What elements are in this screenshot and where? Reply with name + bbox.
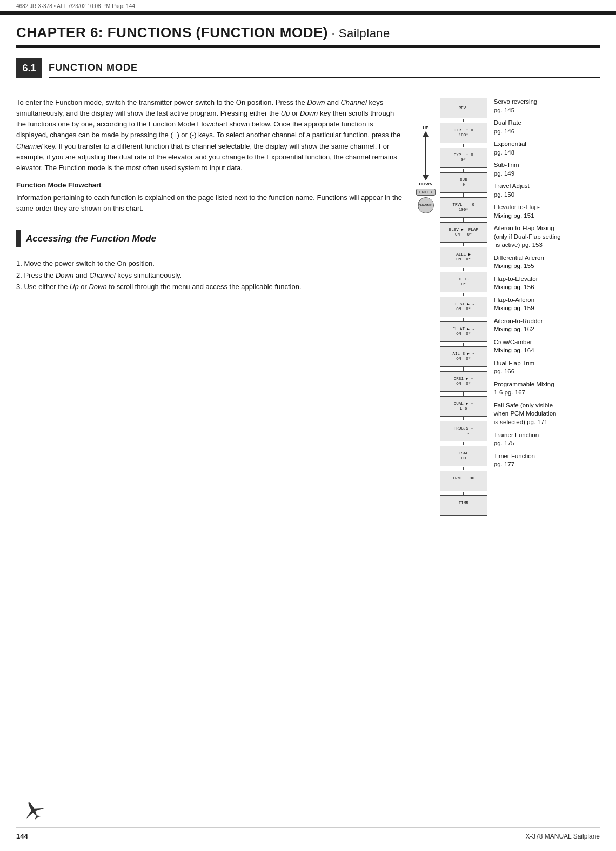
label-dual: Dual-Flap Trimpg. 166 xyxy=(494,359,561,377)
body-columns: To enter the Function mode, switch the t… xyxy=(16,97,600,517)
connector xyxy=(463,442,464,445)
page-footer: 144 X-378 MANUAL Sailplane xyxy=(16,827,600,840)
label-diff: Differential AileronMixing pg. 155 xyxy=(494,253,561,271)
connector xyxy=(463,492,464,495)
airplane-icon xyxy=(19,798,46,820)
channel-button: CHANNEL xyxy=(418,197,434,213)
label-elev: Elevator to-Flap-Mixing pg. 151 xyxy=(494,203,561,220)
left-column: To enter the Function mode, switch the t… xyxy=(16,97,405,517)
label-trnt: Trainer Functionpg. 175 xyxy=(494,431,561,448)
enter-button: ENTER xyxy=(416,189,436,196)
accessing-title: Accessing the Function Mode xyxy=(26,233,156,244)
section-title: FUNCTION MODE xyxy=(49,58,600,78)
flowchart-wrapper: UP DOWN ENTER CHANNEL xyxy=(416,97,600,517)
screen-dual: DUAL ▶ •L 6 xyxy=(440,396,487,417)
label-fmix: Programmable Mixing1-6 pg. 167 xyxy=(494,380,561,398)
chapter-title: CHAPTER 6: FUNCTIONS (FUNCTION MODE) · S… xyxy=(16,24,600,48)
label-aile2: Aileron-to-RudderMixing pg. 162 xyxy=(494,317,561,334)
accessing-bar xyxy=(16,230,21,247)
body-paragraph-1: To enter the Function mode, switch the t… xyxy=(16,97,405,173)
screen-diff: DIFF.0* xyxy=(440,272,487,292)
connector xyxy=(463,293,464,296)
label-dr: Dual Ratepg. 146 xyxy=(494,118,561,136)
screen-dr: D/R ↑ 0100* xyxy=(440,123,487,143)
screen-fmix: PROG.S • • xyxy=(440,421,487,441)
label-exp: Exponentialpg. 148 xyxy=(494,139,561,157)
screen-aile2: AIL E ▶ •ON 0* xyxy=(440,346,487,367)
accessing-section: Accessing the Function Mode 1. Move the … xyxy=(16,230,405,292)
screen-exp: EXP ↑ 00* xyxy=(440,148,487,168)
print-header: 4682 JR X-378 • ALL 7/23/02 10:08 PM Pag… xyxy=(16,3,600,9)
chapter-title-normal: · Sailplane xyxy=(328,26,390,40)
connector xyxy=(463,417,464,420)
chapter-title-bold: CHAPTER 6: FUNCTIONS (FUNCTION MODE) xyxy=(16,24,328,41)
screen-aile: AILE ▶ON 0* xyxy=(440,247,487,267)
down-label: DOWN xyxy=(419,182,432,186)
controller-column: UP DOWN ENTER CHANNEL xyxy=(416,97,436,213)
down-arrow-icon xyxy=(423,175,429,180)
up-arrow-icon xyxy=(423,131,429,137)
main-content: 6.1 FUNCTION MODE To enter the Function … xyxy=(0,48,616,533)
connector xyxy=(463,392,464,396)
connector xyxy=(463,144,464,147)
screen-rev: REV. xyxy=(440,98,487,118)
screen-trvl: TRVL ↑ 0100* xyxy=(440,197,487,218)
label-crb1: Crow/CamberMixing pg. 164 xyxy=(494,338,561,356)
label-flst: Flap-to-ElevatorMixing pg. 156 xyxy=(494,274,561,292)
arrow-body-mid xyxy=(425,167,426,175)
step-1: 1. Move the power switch to the On posit… xyxy=(16,258,405,269)
chapter-title-area: CHAPTER 6: FUNCTIONS (FUNCTION MODE) · S… xyxy=(0,15,616,48)
screen-flst: FL ST ▶ •ON 0* xyxy=(440,297,487,317)
screen-elev: ELEV ▶ FLAPON 0* xyxy=(440,222,487,243)
arrow-body-top xyxy=(425,137,426,167)
section-number: 6.1 xyxy=(16,58,42,78)
connector xyxy=(463,119,464,122)
flowchart-heading: Function Mode Flowchart xyxy=(16,181,405,189)
label-timr: Timer Functionpg. 177 xyxy=(494,452,561,470)
accessing-header: Accessing the Function Mode xyxy=(16,230,405,251)
connector xyxy=(463,268,464,271)
screen-trnt: TRNT 30 xyxy=(440,471,487,491)
footer-page-number: 144 xyxy=(16,832,28,840)
screen-timr: TIMR xyxy=(440,495,487,516)
step-3: 3. Use either the Up or Down to scroll t… xyxy=(16,281,405,292)
connector xyxy=(463,243,464,246)
section-header: 6.1 FUNCTION MODE xyxy=(16,58,600,78)
screen-fsaf: FSAFH0 xyxy=(440,446,487,466)
footer-right-text: X-378 MANUAL Sailplane xyxy=(525,833,600,840)
connector xyxy=(463,467,464,470)
label-flat: Flap-to-AileronMixing pg. 159 xyxy=(494,296,561,313)
accessing-steps: 1. Move the power switch to the On posit… xyxy=(16,258,405,292)
screen-flat: FL AT ▶ •ON 0* xyxy=(440,321,487,342)
connector xyxy=(463,193,464,197)
label-fsaf: Fail-Safe (only visiblewhen PCM Modulati… xyxy=(494,401,561,427)
screen-sub: SUB0 xyxy=(440,172,487,193)
connector xyxy=(463,218,464,222)
airplane-icon-area xyxy=(19,798,46,821)
label-trvl: Travel Adjustpg. 150 xyxy=(494,182,561,199)
label-aile: Aileron-to-Flap Mixing(only if Dual-Flap… xyxy=(494,224,561,250)
connector xyxy=(463,367,464,371)
up-label: UP xyxy=(423,125,428,130)
connector xyxy=(463,318,464,321)
label-rev: Servo reversingpg. 145 xyxy=(494,97,561,115)
right-column: UP DOWN ENTER CHANNEL xyxy=(416,97,600,517)
connector xyxy=(463,169,464,172)
label-sub: Sub-Trimpg. 149 xyxy=(494,160,561,178)
screens-list: REV. D/R ↑ 0100* EXP ↑ 00* SUB xyxy=(440,97,487,517)
screen-crb1: CRB1 ▶ •ON 0* xyxy=(440,371,487,392)
flowchart-body: Information pertaining to each function … xyxy=(16,192,405,214)
labels-column: Servo reversingpg. 145 Dual Ratepg. 146 … xyxy=(490,97,561,470)
step-2: 2. Press the Down and Channel keys simul… xyxy=(16,270,405,281)
connector xyxy=(463,343,464,346)
